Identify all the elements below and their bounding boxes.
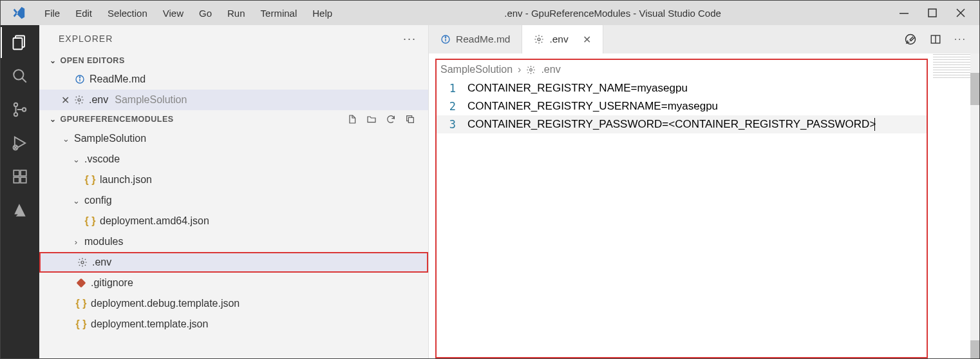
project-label: GPUREFERENCEMODULES (61, 115, 174, 124)
minimap[interactable] (933, 54, 972, 80)
breadcrumb-file[interactable]: .env (541, 64, 560, 75)
tree-label: .gitignore (91, 277, 133, 289)
search-icon[interactable] (10, 66, 30, 86)
explorer-icon[interactable] (10, 33, 30, 52)
source-control-icon[interactable] (10, 100, 30, 119)
tree-label: deployment.debug.template.json (91, 298, 240, 309)
json-icon: { } (75, 318, 87, 330)
tree-label: .env (92, 257, 111, 268)
svg-rect-11 (21, 170, 26, 176)
open-editor-readme[interactable]: ReadMe.md (39, 69, 428, 90)
tree-folder-config[interactable]: ⌄ config (39, 190, 428, 211)
svg-rect-0 (900, 13, 909, 14)
scrollbar-thumb[interactable] (970, 73, 979, 105)
project-section[interactable]: ⌄ GPUREFERENCEMODULES (39, 110, 428, 128)
menu-go[interactable]: Go (191, 8, 220, 19)
svg-rect-21 (77, 278, 86, 287)
line-number: 2 (437, 100, 467, 113)
menu-edit[interactable]: Edit (68, 8, 100, 19)
collapse-all-icon[interactable] (405, 114, 415, 124)
extensions-icon[interactable] (10, 167, 30, 186)
tree-file-launch[interactable]: { } launch.json (39, 170, 428, 190)
refresh-icon[interactable] (386, 114, 396, 124)
svg-point-4 (14, 70, 23, 79)
vertical-scrollbar[interactable] (970, 53, 979, 358)
menu-help[interactable]: Help (305, 8, 340, 19)
json-icon: { } (84, 215, 96, 227)
chevron-down-icon: ⌄ (61, 134, 70, 144)
azure-icon[interactable] (10, 200, 30, 220)
svg-rect-10 (14, 170, 19, 176)
tree-label: deployment.amd64.json (100, 215, 209, 227)
new-file-icon[interactable] (347, 114, 357, 124)
tree-file-deploy-debug[interactable]: { } deployment.debug.template.json (39, 293, 428, 314)
svg-point-7 (14, 113, 17, 116)
menu-file[interactable]: File (37, 8, 68, 19)
tab-readme[interactable]: ReadMe.md (429, 25, 522, 53)
tree-label: SampleSolution (74, 133, 146, 144)
minimize-button[interactable] (900, 8, 909, 17)
gear-icon (77, 257, 88, 267)
chevron-down-icon: ⌄ (71, 196, 80, 206)
tree-label: config (84, 195, 112, 206)
svg-rect-3 (14, 38, 23, 50)
file-tree: ⌄ SampleSolution ⌄ .vscode { } launch.js… (39, 128, 428, 335)
svg-point-6 (14, 103, 17, 106)
svg-point-20 (81, 261, 84, 264)
menu-selection[interactable]: Selection (100, 8, 155, 19)
new-folder-icon[interactable] (366, 114, 377, 124)
tree-folder-vscode[interactable]: ⌄ .vscode (39, 149, 428, 170)
tree-file-deploy-tpl[interactable]: { } deployment.template.json (39, 314, 428, 335)
close-icon[interactable]: ✕ (583, 34, 591, 46)
explorer-sidebar: EXPLORER ··· ⌄ OPEN EDITORS ReadMe.md ✕ … (39, 25, 429, 358)
open-editors-label: OPEN EDITORS (61, 56, 125, 65)
maximize-button[interactable] (928, 8, 937, 17)
activity-bar (1, 25, 39, 358)
tree-file-deploy-amd[interactable]: { } deployment.amd64.json (39, 211, 428, 231)
open-editors-section[interactable]: ⌄ OPEN EDITORS (39, 52, 428, 69)
code-area[interactable]: 1 CONTAINER_REGISTRY_NAME=myasegpu 2 CON… (437, 79, 927, 133)
svg-point-29 (530, 68, 532, 71)
sidebar-title: EXPLORER (59, 34, 113, 44)
tree-label: modules (84, 236, 123, 247)
tab-env[interactable]: .env ✕ (522, 25, 603, 53)
window-title: .env - GpuReferenceModules - Visual Stud… (340, 8, 885, 19)
close-button[interactable] (956, 8, 965, 17)
editor-body: SampleSolution › .env 1 CONTAINER_REGIST… (435, 59, 928, 358)
sidebar-more-icon[interactable]: ··· (403, 32, 417, 46)
info-icon (74, 74, 86, 84)
menu-bar: File Edit Selection View Go Run Terminal… (37, 8, 340, 19)
breadcrumb[interactable]: SampleSolution › .env (437, 60, 927, 79)
chevron-down-icon: ⌄ (50, 115, 57, 124)
scrollbar-thumb[interactable] (970, 340, 979, 358)
svg-point-16 (79, 77, 80, 77)
chevron-right-icon: › (518, 64, 521, 75)
info-icon (440, 34, 451, 44)
tree-file-gitignore[interactable]: .gitignore (39, 273, 428, 293)
menu-view[interactable]: View (155, 8, 191, 19)
tree-file-env[interactable]: .env (39, 252, 428, 273)
svg-rect-1 (928, 9, 936, 17)
breadcrumb-parent[interactable]: SampleSolution (440, 64, 513, 75)
editor-area: ReadMe.md .env ✕ ··· SampleSolution › .e… (429, 25, 979, 358)
tab-label: .env (549, 34, 568, 45)
line-number: 3 (437, 118, 467, 131)
menu-run[interactable]: Run (220, 8, 253, 19)
tree-folder-samplesolution[interactable]: ⌄ SampleSolution (39, 128, 428, 149)
gear-icon (534, 34, 544, 44)
run-debug-icon[interactable] (10, 133, 30, 153)
open-editor-label: .env (89, 94, 108, 106)
menu-terminal[interactable]: Terminal (253, 8, 305, 19)
chevron-right-icon: › (71, 237, 80, 247)
code-line: CONTAINER_REGISTRY_NAME=myasegpu (467, 82, 688, 95)
line-number: 1 (437, 82, 467, 95)
open-editors-list: ReadMe.md ✕ .env SampleSolution (39, 69, 428, 110)
close-icon[interactable]: ✕ (61, 94, 70, 106)
tree-folder-modules[interactable]: › modules (39, 231, 428, 252)
more-icon[interactable]: ··· (954, 34, 966, 45)
open-editor-env[interactable]: ✕ .env SampleSolution (39, 90, 428, 110)
run-icon[interactable] (904, 33, 917, 46)
split-editor-icon[interactable] (930, 34, 941, 45)
text-cursor (874, 118, 875, 131)
window-controls (885, 8, 979, 17)
